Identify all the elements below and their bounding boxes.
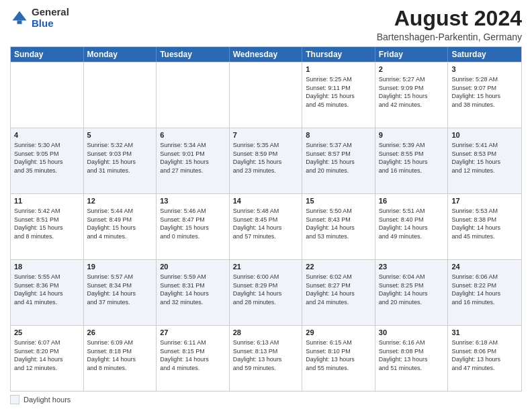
- day-number: 11: [14, 196, 80, 206]
- day-number: 17: [451, 196, 518, 206]
- header-day-monday: Monday: [84, 47, 157, 62]
- cell-info: Sunrise: 5:53 AMSunset: 8:38 PMDaylight:…: [451, 207, 518, 240]
- cal-cell-r0-c3: [230, 62, 303, 128]
- cell-info: Sunrise: 6:04 AMSunset: 8:25 PMDaylight:…: [379, 273, 445, 306]
- cal-cell-r4-c5: 30Sunrise: 6:16 AMSunset: 8:08 PMDayligh…: [375, 326, 449, 391]
- day-number: 14: [233, 196, 299, 206]
- day-number: 19: [87, 262, 153, 272]
- day-number: 25: [14, 328, 80, 338]
- cell-info: Sunrise: 5:34 AMSunset: 9:01 PMDaylight:…: [160, 141, 226, 175]
- legend: Daylight hours: [10, 395, 522, 404]
- cal-cell-r3-c0: 18Sunrise: 5:55 AMSunset: 8:36 PMDayligh…: [11, 260, 84, 325]
- logo-icon: [10, 9, 29, 28]
- cal-cell-r3-c5: 23Sunrise: 6:04 AMSunset: 8:25 PMDayligh…: [375, 260, 449, 325]
- cal-cell-r4-c4: 29Sunrise: 6:15 AMSunset: 8:10 PMDayligh…: [302, 326, 375, 391]
- cal-cell-r0-c6: 3Sunrise: 5:28 AMSunset: 9:07 PMDaylight…: [448, 62, 521, 128]
- day-number: 27: [160, 328, 226, 338]
- cal-cell-r2-c3: 14Sunrise: 5:48 AMSunset: 8:45 PMDayligh…: [230, 194, 303, 259]
- cell-info: Sunrise: 6:11 AMSunset: 8:15 PMDaylight:…: [160, 338, 226, 372]
- day-number: 30: [379, 328, 445, 338]
- cell-info: Sunrise: 5:37 AMSunset: 8:57 PMDaylight:…: [306, 141, 371, 175]
- header-day-saturday: Saturday: [448, 47, 521, 62]
- day-number: 24: [451, 262, 518, 272]
- calendar-row-4: 25Sunrise: 6:07 AMSunset: 8:20 PMDayligh…: [11, 325, 521, 391]
- day-number: 6: [160, 130, 226, 140]
- cell-info: Sunrise: 6:00 AMSunset: 8:29 PMDaylight:…: [233, 273, 299, 306]
- day-number: 5: [87, 130, 153, 140]
- day-number: 9: [379, 130, 445, 140]
- cal-cell-r1-c2: 6Sunrise: 5:34 AMSunset: 9:01 PMDaylight…: [157, 128, 230, 193]
- calendar-body: 1Sunrise: 5:25 AMSunset: 9:11 PMDaylight…: [11, 62, 521, 391]
- cell-info: Sunrise: 6:13 AMSunset: 8:13 PMDaylight:…: [233, 338, 299, 372]
- calendar-row-3: 18Sunrise: 5:55 AMSunset: 8:36 PMDayligh…: [11, 259, 521, 325]
- day-number: 22: [306, 262, 371, 272]
- cell-info: Sunrise: 5:55 AMSunset: 8:36 PMDaylight:…: [14, 273, 80, 306]
- cal-cell-r1-c6: 10Sunrise: 5:41 AMSunset: 8:53 PMDayligh…: [448, 128, 521, 193]
- svg-rect-1: [17, 20, 22, 24]
- day-number: 31: [451, 328, 518, 338]
- day-number: 13: [160, 196, 226, 206]
- header-day-friday: Friday: [375, 47, 449, 62]
- cell-info: Sunrise: 6:15 AMSunset: 8:10 PMDaylight:…: [306, 338, 371, 372]
- day-number: 21: [233, 262, 299, 272]
- day-number: 23: [379, 262, 445, 272]
- logo-blue: Blue: [32, 18, 69, 30]
- day-number: 12: [87, 196, 153, 206]
- cell-info: Sunrise: 5:50 AMSunset: 8:43 PMDaylight:…: [306, 207, 371, 240]
- header-day-sunday: Sunday: [11, 47, 84, 62]
- day-number: 1: [306, 64, 371, 75]
- cell-info: Sunrise: 5:28 AMSunset: 9:07 PMDaylight:…: [451, 75, 518, 109]
- cal-cell-r0-c4: 1Sunrise: 5:25 AMSunset: 9:11 PMDaylight…: [302, 62, 375, 128]
- cal-cell-r1-c3: 7Sunrise: 5:35 AMSunset: 8:59 PMDaylight…: [230, 128, 303, 193]
- cal-cell-r3-c2: 20Sunrise: 5:59 AMSunset: 8:31 PMDayligh…: [157, 260, 230, 325]
- day-number: 18: [14, 262, 80, 272]
- day-number: 15: [306, 196, 371, 206]
- subtitle: Bartenshagen-Parkentin, Germany: [377, 32, 522, 42]
- cal-cell-r2-c4: 15Sunrise: 5:50 AMSunset: 8:43 PMDayligh…: [302, 194, 375, 259]
- cal-cell-r4-c2: 27Sunrise: 6:11 AMSunset: 8:15 PMDayligh…: [157, 326, 230, 391]
- calendar-header: SundayMondayTuesdayWednesdayThursdayFrid…: [11, 47, 521, 62]
- header-day-thursday: Thursday: [302, 47, 375, 62]
- header: General Blue August 2024 Bartenshagen-Pa…: [10, 7, 522, 42]
- logo-text: General Blue: [32, 7, 69, 29]
- day-number: 7: [233, 130, 299, 140]
- svg-marker-0: [13, 11, 27, 20]
- cal-cell-r4-c0: 25Sunrise: 6:07 AMSunset: 8:20 PMDayligh…: [11, 326, 84, 391]
- cell-info: Sunrise: 6:02 AMSunset: 8:27 PMDaylight:…: [306, 273, 371, 306]
- cell-info: Sunrise: 5:57 AMSunset: 8:34 PMDaylight:…: [87, 273, 153, 306]
- cal-cell-r1-c4: 8Sunrise: 5:37 AMSunset: 8:57 PMDaylight…: [302, 128, 375, 193]
- cal-cell-r3-c6: 24Sunrise: 6:06 AMSunset: 8:22 PMDayligh…: [448, 260, 521, 325]
- cell-info: Sunrise: 5:46 AMSunset: 8:47 PMDaylight:…: [160, 207, 226, 240]
- calendar-row-1: 4Sunrise: 5:30 AMSunset: 9:05 PMDaylight…: [11, 128, 521, 193]
- cell-info: Sunrise: 5:59 AMSunset: 8:31 PMDaylight:…: [160, 273, 226, 306]
- cal-cell-r1-c0: 4Sunrise: 5:30 AMSunset: 9:05 PMDaylight…: [11, 128, 84, 193]
- cal-cell-r0-c0: [11, 62, 84, 128]
- main-title: August 2024: [377, 7, 522, 30]
- header-day-tuesday: Tuesday: [157, 47, 230, 62]
- title-block: August 2024 Bartenshagen-Parkentin, Germ…: [377, 7, 522, 42]
- cal-cell-r1-c5: 9Sunrise: 5:39 AMSunset: 8:55 PMDaylight…: [375, 128, 449, 193]
- cal-cell-r2-c1: 12Sunrise: 5:44 AMSunset: 8:49 PMDayligh…: [84, 194, 157, 259]
- cal-cell-r1-c1: 5Sunrise: 5:32 AMSunset: 9:03 PMDaylight…: [84, 128, 157, 193]
- cell-info: Sunrise: 6:06 AMSunset: 8:22 PMDaylight:…: [451, 273, 518, 306]
- day-number: 28: [233, 328, 299, 338]
- legend-label: Daylight hours: [24, 396, 71, 404]
- cell-info: Sunrise: 5:35 AMSunset: 8:59 PMDaylight:…: [233, 141, 299, 175]
- cell-info: Sunrise: 5:48 AMSunset: 8:45 PMDaylight:…: [233, 207, 299, 240]
- day-number: 4: [14, 130, 80, 140]
- day-number: 3: [451, 64, 518, 75]
- calendar: SundayMondayTuesdayWednesdayThursdayFrid…: [10, 46, 522, 392]
- cell-info: Sunrise: 5:30 AMSunset: 9:05 PMDaylight:…: [14, 141, 80, 175]
- cal-cell-r4-c3: 28Sunrise: 6:13 AMSunset: 8:13 PMDayligh…: [230, 326, 303, 391]
- cell-info: Sunrise: 5:25 AMSunset: 9:11 PMDaylight:…: [306, 75, 371, 109]
- cal-cell-r2-c0: 11Sunrise: 5:42 AMSunset: 8:51 PMDayligh…: [11, 194, 84, 259]
- cell-info: Sunrise: 5:41 AMSunset: 8:53 PMDaylight:…: [451, 141, 518, 175]
- calendar-row-2: 11Sunrise: 5:42 AMSunset: 8:51 PMDayligh…: [11, 193, 521, 259]
- header-day-wednesday: Wednesday: [230, 47, 303, 62]
- day-number: 2: [379, 64, 445, 75]
- cell-info: Sunrise: 5:27 AMSunset: 9:09 PMDaylight:…: [379, 75, 445, 109]
- page: General Blue August 2024 Bartenshagen-Pa…: [0, 0, 532, 411]
- day-number: 16: [379, 196, 445, 206]
- calendar-row-0: 1Sunrise: 5:25 AMSunset: 9:11 PMDaylight…: [11, 62, 521, 128]
- cal-cell-r3-c3: 21Sunrise: 6:00 AMSunset: 8:29 PMDayligh…: [230, 260, 303, 325]
